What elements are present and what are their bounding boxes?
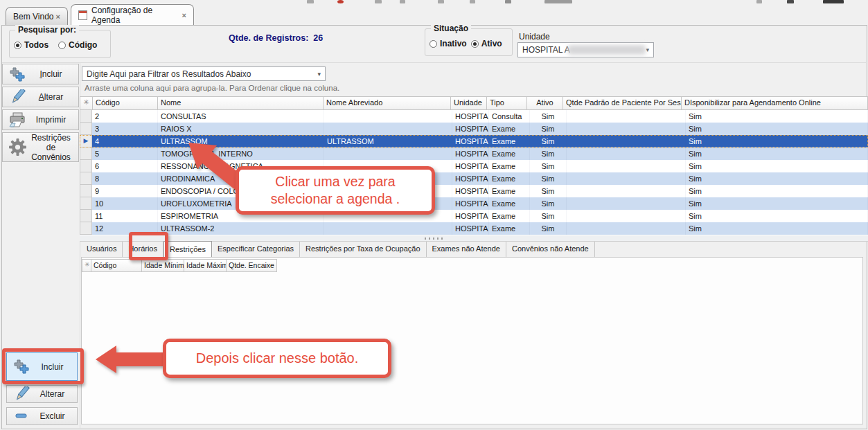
grid-row-5[interactable]: 5TOMOGR. PAC. INTERNOHOSPITALExameSimSim [80,147,868,160]
annotation-box-incluir [2,348,84,384]
tab-especificar-categorias[interactable]: Especificar Categorias [212,242,300,257]
cell-unidade: HOSPITAL [452,185,489,197]
cell-online: Sim [686,222,868,235]
gear-icon [7,138,28,156]
row-indicator [80,110,92,123]
button-restrições-de-convênios[interactable]: Restrições de Convênios [2,132,79,162]
row-indicator [80,123,92,135]
column-header-tipo[interactable]: Tipo [486,96,527,110]
radio-ativo[interactable]: Ativo [471,39,502,48]
column-header-codigo[interactable]: Código [92,96,158,110]
grid-row-12[interactable]: 12ULTRASSOM-2HOSPITALExameSimSim [80,222,868,235]
filter-placeholder: Digite Aqui para Filtrar os Resultados A… [87,69,251,79]
radio-todos[interactable]: Todos [14,40,48,50]
tab-restrições[interactable]: Restrições [163,241,212,257]
cell-qtde [567,135,686,147]
radio-label: Ativo [481,39,502,48]
button-label: Alterar [28,92,74,102]
button-label: Restrições de Convênios [28,133,74,162]
close-icon[interactable]: × [182,11,186,19]
column-header-codigo[interactable]: Código [91,259,142,272]
button-alterar[interactable]: Alterar [2,87,79,107]
annotation-callout-button: Depois clicar nesse botão. [163,339,391,378]
tab-exames-não-atende[interactable]: Exames não Atende [427,242,506,257]
cell-unidade: HOSPITAL [452,222,489,235]
tab-configuracao-de-agenda[interactable]: Configuração de Agenda × [71,4,194,25]
clipped-toolbar-icon [823,0,844,3]
tab-label: Bem Vindo [13,12,53,21]
cell-qtde [567,185,686,197]
tab-restrições-por-taxa-de-ocupação[interactable]: Restrições por Taxa de Ocupação [300,242,427,257]
button-label: Alterar [32,389,73,399]
cell-online: Sim [686,147,868,160]
cell-ativo: Sim [530,222,567,235]
tab-bem-vindo[interactable]: Bem Vindo × [6,7,68,25]
column-header-qtde-encaixe[interactable]: Qtde. Encaixe [226,259,277,272]
button-excluir[interactable]: Excluir [6,407,78,425]
cell-tipo: Exame [489,135,530,147]
grid-row-3[interactable]: 3RAIOS XHOSPITALExameSimSim [80,123,868,135]
clipped-toolbar-icon [505,0,511,3]
grid-row-10[interactable]: 10UROFLUXOMETRIAHOSPITALExameSimSim [80,197,868,210]
annotation-box-restricoes [129,232,168,260]
cell-qtde [567,147,686,160]
row-indicator [80,147,92,160]
column-header-idade-maxima[interactable]: Idade Máxima [184,259,227,272]
column-header-unidade[interactable]: Unidade [450,96,487,110]
chevron-down-icon: ▾ [317,71,321,78]
cell-online: Sim [686,123,868,135]
button-imprimir[interactable]: Imprimir [2,109,79,130]
cell-codigo: 9 [92,185,158,197]
close-icon[interactable]: × [56,12,60,21]
column-header-nome-abreviado[interactable]: Nome Abreviado [323,96,451,110]
tab-convênios-não-atende[interactable]: Convênios não Atende [506,242,595,257]
grid-row-9[interactable]: 9ENDOSCOPIA / COLONOSCHOSPITALExameSimSi… [80,185,868,197]
cell-codigo: 11 [92,210,158,222]
remove-icon [11,410,32,422]
filter-input[interactable]: Digite Aqui para Filtrar os Resultados A… [82,66,326,81]
column-header-idade-minima[interactable]: Idade Mínima [141,259,184,272]
radio-dot [471,40,479,48]
annotation-callout-select: Clicar uma vez para selecionar a agenda … [236,166,435,215]
cell-online: Sim [686,172,868,185]
redacted-blur [568,45,646,55]
cell-unidade: HOSPITAL [452,172,489,185]
pencil-icon [11,386,32,402]
cell-nome: CONSULTAS [158,110,324,123]
column-header-qtde-padrao[interactable]: Qtde Padrão de Paciente Por Sessão [563,96,682,110]
pencil-icon [7,89,28,105]
cell-online: Sim [686,110,868,123]
cell-ativo: Sim [530,135,567,147]
grid-row-4[interactable]: ▶4ULTRASSOMULTRASSOMHOSPITALExameSimSim [80,135,868,147]
cell-codigo: 5 [92,147,158,160]
grid-row-6[interactable]: 6RESSONANCIA MAGNETICAHOSPITALExameSimSi… [80,160,868,172]
clipped-toolbar-icon [438,0,444,3]
cell-abrev [324,123,452,135]
row-indicator [80,222,92,235]
cell-abrev [324,147,452,160]
status-groupbox: Situação Inativo Ativo [425,28,513,56]
tab-usuários[interactable]: Usuários [81,242,123,257]
radio-dot [14,42,21,49]
cell-tipo: Consulta [489,110,530,123]
cell-nome: ULTRASSOM [158,135,324,147]
unidade-label: Unidade [519,32,550,42]
row-indicator-arrow-icon: ▶ [80,135,92,147]
radio-codigo[interactable]: Código [58,40,97,50]
button-alterar[interactable]: Alterar [6,385,78,403]
column-header-nome[interactable]: Nome [157,96,324,110]
grid-row-2[interactable]: 2CONSULTASHOSPITALConsultaSimSim [80,110,868,123]
radio-inativo[interactable]: Inativo [429,39,467,48]
clipped-toolbar-icon [756,0,762,3]
column-header-ativo[interactable]: Ativo [526,96,563,110]
divider [2,62,866,63]
cell-abrev [324,110,452,123]
clipped-toolbar-icon [337,0,344,3]
grid-row-11[interactable]: 11ESPIROMETRIAHOSPITALExameSimSim [80,210,868,222]
cell-ativo: Sim [530,210,567,222]
button-incluir[interactable]: Incluir [2,64,79,84]
grid-row-8[interactable]: 8URODINAMICAHOSPITALExameSimSim [80,172,868,185]
clipped-toolbar-icon [544,0,572,3]
radio-label: Inativo [440,39,467,48]
column-header-agendamento-online[interactable]: DIsponibilizar para Agendamento Online [681,96,868,110]
